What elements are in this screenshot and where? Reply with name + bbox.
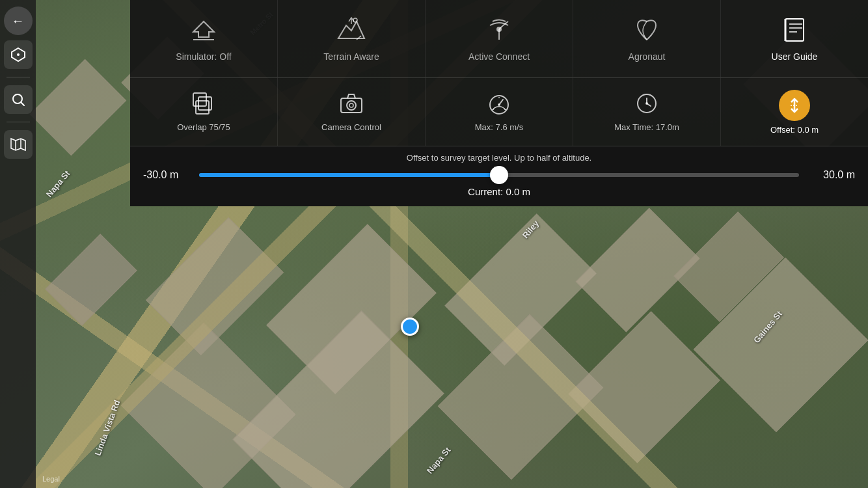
nav-item-simulator[interactable]: Simulator: Off [130, 0, 278, 77]
edit-button[interactable] [4, 40, 33, 69]
svg-rect-11 [785, 19, 804, 41]
sidebar-divider-1 [7, 77, 30, 77]
camera-label: Camera Control [321, 122, 381, 132]
user-guide-icon [781, 16, 807, 46]
agronaut-label: Agronaut [629, 51, 666, 62]
overlap-icon [192, 92, 215, 118]
legal-text: Legal [42, 475, 60, 483]
user-guide-label: User Guide [772, 51, 818, 62]
slider-tooltip: Offset to survey target level. Up to hal… [143, 153, 855, 163]
time-label: Max Time: 17.0m [614, 122, 679, 132]
speedometer-icon [487, 92, 511, 118]
svg-marker-4 [11, 139, 25, 150]
svg-point-21 [349, 103, 353, 107]
agronaut-icon [634, 16, 660, 46]
sidebar: ← [0, 0, 36, 488]
nav-item-user-guide[interactable]: User Guide [721, 0, 868, 77]
active-connect-label: Active Connect [468, 51, 530, 62]
svg-point-1 [17, 53, 20, 56]
slider-min-label: -30.0 m [143, 169, 189, 181]
terrain-label: Terrain Aware [323, 51, 379, 62]
slider-row: Offset to survey target level. Up to hal… [130, 146, 868, 206]
active-connect-icon [486, 16, 512, 46]
terrain-icon [337, 16, 366, 46]
location-dot [401, 318, 419, 336]
svg-point-31 [645, 102, 648, 105]
back-button[interactable]: ← [4, 7, 33, 35]
map-button[interactable] [4, 130, 33, 159]
tools-row: Overlap 75/75 Camera Control [130, 78, 868, 146]
svg-point-24 [498, 103, 500, 106]
nav-item-active-connect[interactable]: Active Connect [426, 0, 573, 77]
simulator-label: Simulator: Off [176, 51, 231, 62]
slider-max-label: 30.0 m [809, 169, 855, 181]
offset-icon [785, 96, 804, 115]
svg-line-3 [21, 103, 24, 106]
svg-line-26 [504, 109, 506, 110]
search-icon [10, 92, 26, 107]
search-button[interactable] [4, 85, 33, 114]
camera-icon [340, 92, 363, 118]
tool-overlap[interactable]: Overlap 75/75 [130, 78, 278, 146]
tool-camera[interactable]: Camera Control [278, 78, 426, 146]
offset-label: Offset: 0.0 m [770, 125, 819, 135]
tool-offset[interactable]: Offset: 0.0 m [721, 78, 868, 146]
clock-icon [635, 92, 658, 118]
speed-label: Max: 7.6 m/s [475, 122, 523, 132]
simulator-icon [191, 16, 217, 46]
svg-line-25 [493, 109, 494, 110]
slider-container: -30.0 m 30.0 m [143, 169, 855, 181]
edit-icon [10, 47, 26, 62]
slider-thumb[interactable] [490, 166, 508, 184]
nav-item-terrain[interactable]: Terrain Aware [278, 0, 426, 77]
tool-speed[interactable]: Max: 7.6 m/s [426, 78, 573, 146]
overlap-label: Overlap 75/75 [177, 122, 230, 132]
toolbar: Simulator: Off Terrain Aware [130, 0, 868, 206]
sidebar-divider-2 [7, 122, 30, 122]
slider-current-value: Current: 0.0 m [143, 186, 855, 197]
tool-time[interactable]: Max Time: 17.0m [573, 78, 721, 146]
nav-item-agronaut[interactable]: Agronaut [573, 0, 721, 77]
svg-point-20 [347, 101, 356, 110]
slider-fill [199, 173, 499, 177]
map-icon [10, 137, 26, 152]
slider-track[interactable] [199, 173, 799, 177]
nav-row: Simulator: Off Terrain Aware [130, 0, 868, 78]
offset-icon-bg [779, 90, 810, 121]
